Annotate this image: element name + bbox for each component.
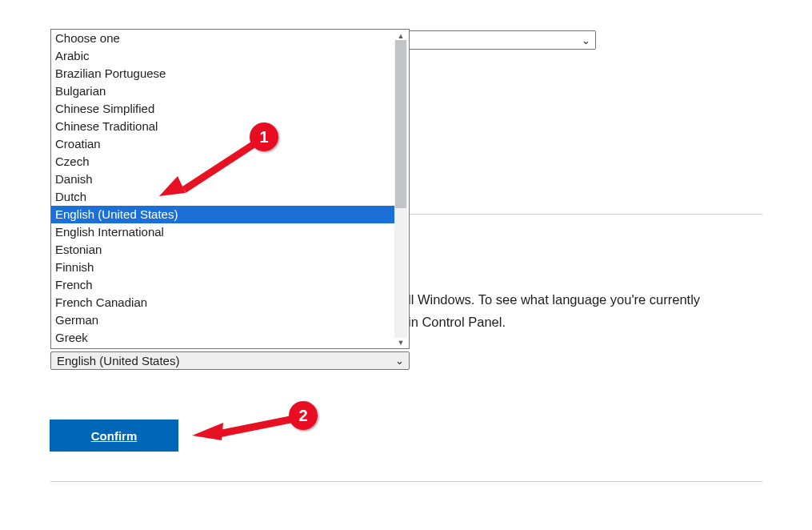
chevron-down-icon: ⌄	[582, 35, 590, 46]
listbox-option[interactable]: Brazilian Portuguese	[51, 65, 394, 82]
listbox-option[interactable]: French Canadian	[51, 294, 394, 311]
listbox-option[interactable]: French	[51, 276, 394, 294]
listbox-option[interactable]: Choose one	[51, 30, 394, 47]
listbox-option[interactable]: Chinese Traditional	[51, 118, 394, 135]
listbox-option[interactable]: English International	[51, 223, 394, 241]
svg-line-5	[218, 420, 290, 434]
scroll-down-icon[interactable]: ▼	[394, 338, 407, 347]
confirm-label: Confirm	[91, 429, 138, 443]
scroll-thumb[interactable]	[395, 40, 406, 208]
help-text-line1: ll Windows. To see what language you're …	[408, 288, 700, 311]
listbox-option[interactable]: Danish	[51, 171, 394, 188]
annotation-badge-2: 2	[289, 401, 318, 430]
annotation-arrow-2	[192, 420, 290, 440]
language-select-value: English (United States)	[57, 354, 395, 367]
listbox-option[interactable]: Hebrew	[51, 347, 394, 348]
listbox-option[interactable]: Croatian	[51, 135, 394, 153]
listbox-option[interactable]: Greek	[51, 329, 394, 347]
divider-bottom	[50, 481, 762, 482]
language-listbox[interactable]: Choose oneArabicBrazilian PortugueseBulg…	[50, 29, 410, 349]
listbox-option[interactable]: Estonian	[51, 241, 394, 259]
listbox-option[interactable]: Bulgarian	[51, 82, 394, 100]
listbox-option[interactable]: Arabic	[51, 47, 394, 65]
confirm-button[interactable]: Confirm	[50, 420, 178, 452]
help-text-line2: in Control Panel.	[408, 311, 506, 333]
listbox-option[interactable]: German	[51, 311, 394, 329]
listbox-scrollbar[interactable]: ▲ ▼	[394, 31, 407, 347]
chevron-down-icon: ⌄	[395, 355, 404, 366]
listbox-option[interactable]: Finnish	[51, 259, 394, 276]
scroll-up-icon[interactable]: ▲	[394, 31, 407, 40]
svg-text:2: 2	[298, 407, 307, 424]
language-select[interactable]: English (United States) ⌄	[50, 351, 410, 370]
svg-point-7	[289, 401, 318, 430]
listbox-option[interactable]: Czech	[51, 153, 394, 171]
listbox-option[interactable]: Dutch	[51, 188, 394, 206]
listbox-option[interactable]: Chinese Simplified	[51, 100, 394, 118]
svg-marker-6	[192, 423, 223, 440]
listbox-option[interactable]: English (United States)	[51, 206, 394, 223]
